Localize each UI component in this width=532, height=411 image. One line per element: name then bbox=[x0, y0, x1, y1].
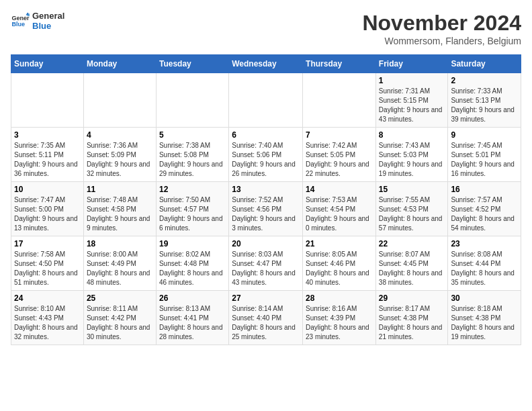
day-info: Sunrise: 7:42 AM Sunset: 5:05 PM Dayligh… bbox=[306, 141, 373, 179]
header: General Blue General Blue November 2024 … bbox=[11, 11, 521, 46]
day-number: 29 bbox=[379, 293, 445, 303]
day-number: 4 bbox=[87, 130, 153, 140]
day-info: Sunrise: 8:03 AM Sunset: 4:47 PM Dayligh… bbox=[232, 250, 300, 287]
calendar-table: SundayMondayTuesdayWednesdayThursdayFrid… bbox=[11, 54, 521, 345]
calendar-cell: 9Sunrise: 7:45 AM Sunset: 5:01 PM Daylig… bbox=[448, 128, 521, 182]
day-info: Sunrise: 7:57 AM Sunset: 4:52 PM Dayligh… bbox=[451, 195, 518, 233]
calendar-cell: 16Sunrise: 7:57 AM Sunset: 4:52 PM Dayli… bbox=[448, 182, 521, 236]
calendar-subtitle: Wommersom, Flanders, Belgium bbox=[362, 36, 521, 46]
calendar-cell: 24Sunrise: 8:10 AM Sunset: 4:43 PM Dayli… bbox=[11, 291, 84, 345]
calendar-cell: 30Sunrise: 8:18 AM Sunset: 4:38 PM Dayli… bbox=[448, 291, 521, 345]
day-number: 28 bbox=[306, 293, 373, 303]
day-info: Sunrise: 7:50 AM Sunset: 4:57 PM Dayligh… bbox=[159, 195, 226, 233]
day-number: 14 bbox=[306, 185, 373, 194]
calendar-cell: 23Sunrise: 8:08 AM Sunset: 4:44 PM Dayli… bbox=[448, 236, 521, 291]
calendar-cell: 12Sunrise: 7:50 AM Sunset: 4:57 PM Dayli… bbox=[156, 182, 228, 236]
calendar-cell: 10Sunrise: 7:47 AM Sunset: 5:00 PM Dayli… bbox=[11, 182, 84, 236]
calendar-cell: 3Sunrise: 7:35 AM Sunset: 5:11 PM Daylig… bbox=[11, 128, 84, 182]
day-number: 5 bbox=[159, 130, 226, 140]
calendar-cell: 11Sunrise: 7:48 AM Sunset: 4:58 PM Dayli… bbox=[83, 182, 156, 236]
calendar-cell: 25Sunrise: 8:11 AM Sunset: 4:42 PM Dayli… bbox=[83, 291, 156, 345]
day-number: 16 bbox=[451, 185, 518, 194]
day-info: Sunrise: 8:11 AM Sunset: 4:42 PM Dayligh… bbox=[87, 304, 153, 342]
calendar-cell: 26Sunrise: 8:13 AM Sunset: 4:41 PM Dayli… bbox=[156, 291, 228, 345]
calendar-cell: 21Sunrise: 8:05 AM Sunset: 4:46 PM Dayli… bbox=[303, 236, 376, 291]
day-number: 21 bbox=[306, 239, 373, 248]
title-area: November 2024 Wommersom, Flanders, Belgi… bbox=[362, 11, 521, 46]
calendar-cell: 28Sunrise: 8:16 AM Sunset: 4:39 PM Dayli… bbox=[303, 291, 376, 345]
day-info: Sunrise: 8:14 AM Sunset: 4:40 PM Dayligh… bbox=[232, 304, 300, 342]
calendar-cell bbox=[156, 73, 228, 128]
calendar-cell: 7Sunrise: 7:42 AM Sunset: 5:05 PM Daylig… bbox=[303, 128, 376, 182]
day-info: Sunrise: 7:33 AM Sunset: 5:13 PM Dayligh… bbox=[451, 87, 518, 124]
weekday-header-sunday: Sunday bbox=[11, 55, 84, 73]
weekday-header-monday: Monday bbox=[83, 55, 156, 73]
day-info: Sunrise: 7:45 AM Sunset: 5:01 PM Dayligh… bbox=[451, 141, 518, 179]
weekday-header-tuesday: Tuesday bbox=[156, 55, 228, 73]
weekday-header-row: SundayMondayTuesdayWednesdayThursdayFrid… bbox=[11, 55, 521, 73]
day-number: 11 bbox=[87, 185, 153, 194]
calendar-cell: 13Sunrise: 7:52 AM Sunset: 4:56 PM Dayli… bbox=[229, 182, 303, 236]
day-number: 24 bbox=[14, 293, 81, 303]
day-number: 10 bbox=[14, 185, 81, 194]
day-number: 19 bbox=[159, 239, 226, 248]
calendar-cell: 1Sunrise: 7:31 AM Sunset: 5:15 PM Daylig… bbox=[375, 73, 448, 128]
day-info: Sunrise: 7:35 AM Sunset: 5:11 PM Dayligh… bbox=[14, 141, 81, 179]
day-info: Sunrise: 7:43 AM Sunset: 5:03 PM Dayligh… bbox=[379, 141, 445, 179]
svg-text:General: General bbox=[11, 15, 30, 21]
calendar-cell: 29Sunrise: 8:17 AM Sunset: 4:38 PM Dayli… bbox=[375, 291, 448, 345]
day-info: Sunrise: 8:08 AM Sunset: 4:44 PM Dayligh… bbox=[451, 250, 518, 287]
weekday-header-wednesday: Wednesday bbox=[229, 55, 303, 73]
day-number: 2 bbox=[451, 76, 518, 85]
day-info: Sunrise: 7:55 AM Sunset: 4:53 PM Dayligh… bbox=[379, 195, 445, 233]
day-info: Sunrise: 7:40 AM Sunset: 5:06 PM Dayligh… bbox=[232, 141, 300, 179]
day-number: 27 bbox=[232, 293, 300, 303]
calendar-cell bbox=[229, 73, 303, 128]
day-number: 1 bbox=[379, 76, 445, 85]
day-info: Sunrise: 8:00 AM Sunset: 4:49 PM Dayligh… bbox=[87, 250, 153, 287]
day-info: Sunrise: 7:38 AM Sunset: 5:08 PM Dayligh… bbox=[159, 141, 226, 179]
weekday-header-saturday: Saturday bbox=[448, 55, 521, 73]
day-info: Sunrise: 7:53 AM Sunset: 4:54 PM Dayligh… bbox=[306, 195, 373, 233]
calendar-cell: 6Sunrise: 7:40 AM Sunset: 5:06 PM Daylig… bbox=[229, 128, 303, 182]
calendar-cell: 22Sunrise: 8:07 AM Sunset: 4:45 PM Dayli… bbox=[375, 236, 448, 291]
day-number: 7 bbox=[306, 130, 373, 140]
calendar-cell: 8Sunrise: 7:43 AM Sunset: 5:03 PM Daylig… bbox=[375, 128, 448, 182]
day-number: 23 bbox=[451, 239, 518, 248]
day-number: 17 bbox=[14, 239, 81, 248]
day-info: Sunrise: 8:10 AM Sunset: 4:43 PM Dayligh… bbox=[14, 304, 81, 342]
weekday-header-friday: Friday bbox=[375, 55, 448, 73]
calendar-cell: 17Sunrise: 7:58 AM Sunset: 4:50 PM Dayli… bbox=[11, 236, 84, 291]
day-info: Sunrise: 8:07 AM Sunset: 4:45 PM Dayligh… bbox=[379, 250, 445, 287]
calendar-cell: 5Sunrise: 7:38 AM Sunset: 5:08 PM Daylig… bbox=[156, 128, 228, 182]
week-row-2: 3Sunrise: 7:35 AM Sunset: 5:11 PM Daylig… bbox=[11, 128, 521, 182]
calendar-cell: 2Sunrise: 7:33 AM Sunset: 5:13 PM Daylig… bbox=[448, 73, 521, 128]
calendar-cell: 14Sunrise: 7:53 AM Sunset: 4:54 PM Dayli… bbox=[303, 182, 376, 236]
calendar-cell: 4Sunrise: 7:36 AM Sunset: 5:09 PM Daylig… bbox=[83, 128, 156, 182]
week-row-4: 17Sunrise: 7:58 AM Sunset: 4:50 PM Dayli… bbox=[11, 236, 521, 291]
day-number: 30 bbox=[451, 293, 518, 303]
day-info: Sunrise: 7:47 AM Sunset: 5:00 PM Dayligh… bbox=[14, 195, 81, 233]
day-info: Sunrise: 8:17 AM Sunset: 4:38 PM Dayligh… bbox=[379, 304, 445, 342]
weekday-header-thursday: Thursday bbox=[303, 55, 376, 73]
day-number: 25 bbox=[87, 293, 153, 303]
day-info: Sunrise: 7:58 AM Sunset: 4:50 PM Dayligh… bbox=[14, 250, 81, 287]
day-number: 15 bbox=[379, 185, 445, 194]
calendar-cell bbox=[83, 73, 156, 128]
calendar-cell bbox=[303, 73, 376, 128]
day-number: 8 bbox=[379, 130, 445, 140]
svg-text:Blue: Blue bbox=[11, 21, 25, 28]
calendar-cell: 27Sunrise: 8:14 AM Sunset: 4:40 PM Dayli… bbox=[229, 291, 303, 345]
day-number: 26 bbox=[159, 293, 226, 303]
day-number: 13 bbox=[232, 185, 300, 194]
week-row-1: 1Sunrise: 7:31 AM Sunset: 5:15 PM Daylig… bbox=[11, 73, 521, 128]
calendar-cell bbox=[11, 73, 84, 128]
logo-line2: Blue bbox=[32, 21, 64, 31]
day-info: Sunrise: 8:02 AM Sunset: 4:48 PM Dayligh… bbox=[159, 250, 226, 287]
logo-line1: General bbox=[32, 11, 64, 21]
calendar-cell: 20Sunrise: 8:03 AM Sunset: 4:47 PM Dayli… bbox=[229, 236, 303, 291]
calendar-cell: 18Sunrise: 8:00 AM Sunset: 4:49 PM Dayli… bbox=[83, 236, 156, 291]
day-info: Sunrise: 8:16 AM Sunset: 4:39 PM Dayligh… bbox=[306, 304, 373, 342]
day-number: 20 bbox=[232, 239, 300, 248]
day-info: Sunrise: 7:36 AM Sunset: 5:09 PM Dayligh… bbox=[87, 141, 153, 179]
